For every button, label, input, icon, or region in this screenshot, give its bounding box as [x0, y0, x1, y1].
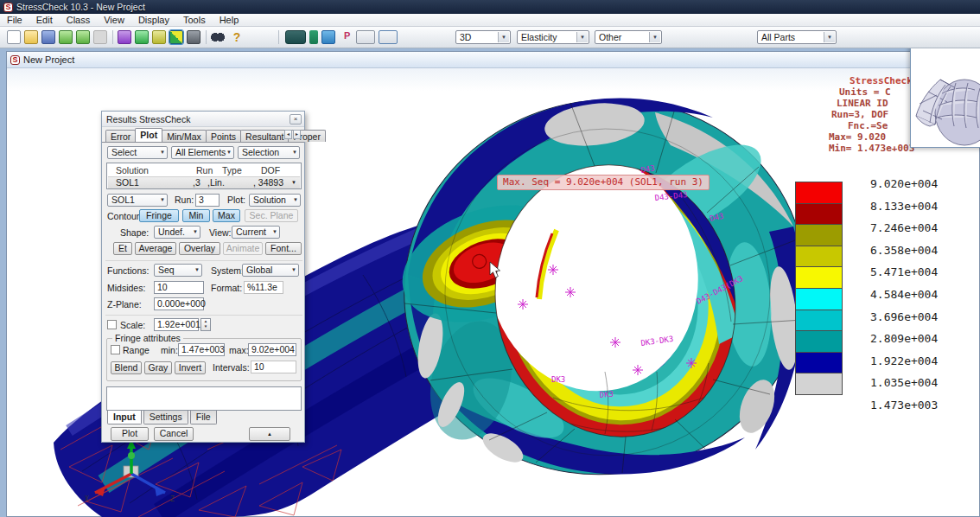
plot-button[interactable]: Plot: [111, 427, 149, 441]
tab-settings[interactable]: Settings: [143, 411, 188, 424]
tab-points[interactable]: Points: [206, 130, 241, 142]
format-label: Format:: [211, 282, 242, 295]
message-list[interactable]: [106, 386, 302, 411]
info-run: Run=3, DOF: [831, 109, 888, 120]
min-button[interactable]: Min: [182, 209, 210, 222]
application-window: S New Project: [0, 0, 980, 517]
scale-spinner[interactable]: ▲▼: [200, 318, 211, 331]
solution-name-combo[interactable]: SOL1▼: [107, 194, 168, 207]
close-icon[interactable]: ×: [290, 114, 302, 124]
dimension-combo[interactable]: 3D▼: [455, 30, 511, 44]
view-combo[interactable]: Current▼: [232, 226, 280, 239]
menu-file[interactable]: File: [0, 15, 29, 25]
legend-swatch: [795, 203, 843, 226]
fringe-legend: [795, 182, 843, 395]
cancel-button[interactable]: Cancel: [154, 427, 194, 441]
stresscheck-logo-icon: S: [3, 3, 13, 12]
scale-input[interactable]: 1.92e+001: [154, 318, 199, 331]
ibeam-icon[interactable]: [309, 30, 318, 44]
gray-file-icon[interactable]: [187, 30, 200, 44]
camera-tool-icon[interactable]: [379, 30, 398, 44]
shape-combo[interactable]: Undef.▼: [154, 226, 200, 239]
tab-file[interactable]: File: [190, 411, 217, 424]
system-combo[interactable]: Global▼: [242, 264, 299, 277]
legend-swatch: [795, 266, 843, 289]
menu-help[interactable]: Help: [213, 15, 246, 25]
legend-value: 2.809e+004: [870, 332, 938, 345]
results-dialog: Results StressCheck × Error Plot Min/Max…: [101, 111, 305, 443]
plot-combo[interactable]: Solution▼: [249, 194, 301, 207]
select-combo[interactable]: Select▼: [107, 146, 168, 159]
object-select-icon[interactable]: [285, 30, 306, 44]
elements-combo[interactable]: All Elements▼: [171, 146, 234, 159]
class-combo[interactable]: Other▼: [595, 30, 662, 44]
legend-swatch: [795, 330, 843, 353]
run-input[interactable]: 3: [195, 194, 220, 207]
gray-button[interactable]: Gray: [144, 361, 172, 374]
et-button[interactable]: Et: [113, 242, 132, 255]
parts-combo[interactable]: All Parts▼: [757, 30, 837, 44]
intervals-input[interactable]: 10: [251, 361, 296, 373]
info-linear: LINEAR ID: [837, 98, 888, 109]
blend-button[interactable]: Blend: [111, 361, 142, 374]
scale-checkbox[interactable]: [107, 320, 117, 329]
legend-swatch: [795, 373, 843, 395]
chart-tool-icon[interactable]: [321, 30, 335, 44]
menu-edit[interactable]: Edit: [29, 15, 60, 25]
project-window-titlebar[interactable]: S New Project: [7, 52, 979, 68]
range-checkbox[interactable]: [111, 345, 120, 354]
check-file-icon[interactable]: [169, 30, 183, 44]
format-input[interactable]: %11.3e: [244, 281, 283, 294]
legend-value: 8.133e+004: [870, 200, 938, 213]
tab-minmax[interactable]: Min/Max: [162, 130, 207, 142]
fringe-button[interactable]: Fringe: [139, 209, 179, 222]
selection-combo[interactable]: Selection▼: [238, 146, 300, 159]
save-icon[interactable]: [41, 30, 55, 44]
parameter-icon[interactable]: P: [344, 30, 353, 44]
tab-plot[interactable]: Plot: [135, 128, 162, 142]
divider: [105, 260, 302, 261]
search-icon[interactable]: [211, 30, 225, 44]
results-dialog-titlebar[interactable]: Results StressCheck: [102, 112, 304, 127]
midsides-input[interactable]: 10: [154, 281, 204, 294]
invert-button[interactable]: Invert: [175, 361, 206, 374]
import-icon[interactable]: [59, 30, 73, 44]
menu-display[interactable]: Display: [131, 15, 176, 25]
class-file-icon[interactable]: [118, 30, 131, 44]
export-icon[interactable]: [76, 30, 90, 44]
zplane-input[interactable]: 0.000e+000: [154, 297, 204, 310]
mesh-file-icon[interactable]: [135, 30, 149, 44]
menu-tools[interactable]: Tools: [176, 15, 213, 25]
overlay-button[interactable]: Overlay: [179, 242, 220, 255]
col-run: Run: [196, 164, 213, 177]
average-button[interactable]: Average: [135, 242, 176, 255]
solution-list[interactable]: Solution Run Type DOF SOL1 ,3 ,Lin. , 34…: [106, 163, 302, 189]
max-button[interactable]: Max: [213, 209, 240, 222]
view-tool-icon[interactable]: [356, 30, 375, 44]
tab-scroll-right-icon[interactable]: ►: [293, 130, 301, 139]
tab-resultant[interactable]: Resultant: [240, 130, 289, 142]
legend-swatch: [795, 224, 843, 246]
solution-list-row[interactable]: SOL1 ,3 ,Lin. , 34893 ▼: [108, 176, 300, 188]
min-input[interactable]: 1.47e+003: [178, 343, 225, 356]
menu-view[interactable]: View: [97, 15, 131, 25]
tab-error[interactable]: Error: [105, 130, 136, 142]
font-button[interactable]: Font...: [265, 242, 302, 255]
tab-scroll-left-icon[interactable]: ◄: [284, 130, 292, 139]
new-file-icon[interactable]: [7, 30, 21, 44]
results-dialog-title: Results StressCheck: [106, 114, 190, 124]
chevron-down-icon[interactable]: ▼: [291, 176, 296, 189]
table-file-icon[interactable]: [152, 30, 166, 44]
tab-input[interactable]: Input: [107, 411, 142, 424]
help-icon[interactable]: ?: [230, 30, 244, 44]
menu-class[interactable]: Class: [60, 15, 98, 25]
legend-value: 9.020e+004: [870, 177, 938, 190]
theory-combo[interactable]: Elasticity▼: [517, 30, 589, 44]
open-file-icon[interactable]: [24, 30, 38, 44]
legend-value: 1.922e+004: [870, 354, 938, 367]
app-titlebar[interactable]: S StressCheck 10.3 - New Project: [0, 0, 980, 14]
functions-combo[interactable]: Seq▼: [154, 264, 202, 277]
max-input[interactable]: 9.02e+004: [248, 343, 296, 356]
legend-value: 6.358e+004: [870, 244, 938, 257]
collapse-button[interactable]: ▲: [249, 427, 290, 441]
